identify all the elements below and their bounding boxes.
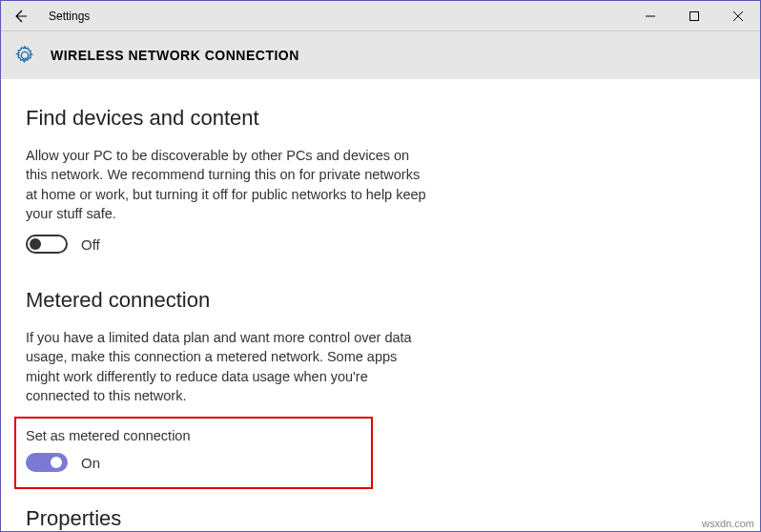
- find-devices-heading: Find devices and content: [26, 106, 735, 131]
- content-area: Find devices and content Allow your PC t…: [1, 79, 760, 531]
- properties-heading: Properties: [26, 506, 735, 531]
- find-devices-toggle-state: Off: [81, 236, 100, 253]
- gear-icon: [14, 45, 35, 66]
- toggle-knob: [51, 457, 62, 468]
- metered-highlight-box: Set as metered connection On: [14, 417, 373, 489]
- metered-toggle[interactable]: [26, 453, 68, 472]
- maximize-button[interactable]: [672, 2, 716, 31]
- metered-toggle-row: On: [26, 453, 360, 472]
- window-controls: [628, 2, 760, 31]
- find-devices-toggle-row: Off: [26, 235, 735, 254]
- minimize-icon: [646, 11, 655, 21]
- metered-description: If you have a limited data plan and want…: [26, 328, 426, 405]
- titlebar-left: Settings: [1, 5, 90, 28]
- minimize-button[interactable]: [628, 2, 672, 31]
- svg-rect-0: [690, 11, 699, 20]
- metered-heading: Metered connection: [26, 288, 735, 313]
- close-button[interactable]: [716, 2, 760, 31]
- watermark: wsxdn.com: [702, 518, 754, 529]
- back-arrow-icon: [12, 9, 28, 24]
- metered-toggle-label: Set as metered connection: [26, 428, 360, 443]
- find-devices-toggle[interactable]: [26, 235, 68, 254]
- app-title: Settings: [49, 10, 90, 23]
- page-header: WIRELESS NETWORK CONNECTION: [1, 31, 760, 79]
- close-icon: [733, 11, 743, 21]
- find-devices-description: Allow your PC to be discoverable by othe…: [26, 146, 426, 223]
- toggle-knob: [30, 238, 41, 250]
- maximize-icon: [689, 11, 699, 21]
- metered-toggle-state: On: [81, 455, 100, 471]
- back-button[interactable]: [9, 5, 31, 28]
- page-title: WIRELESS NETWORK CONNECTION: [51, 48, 299, 63]
- titlebar: Settings: [1, 1, 760, 31]
